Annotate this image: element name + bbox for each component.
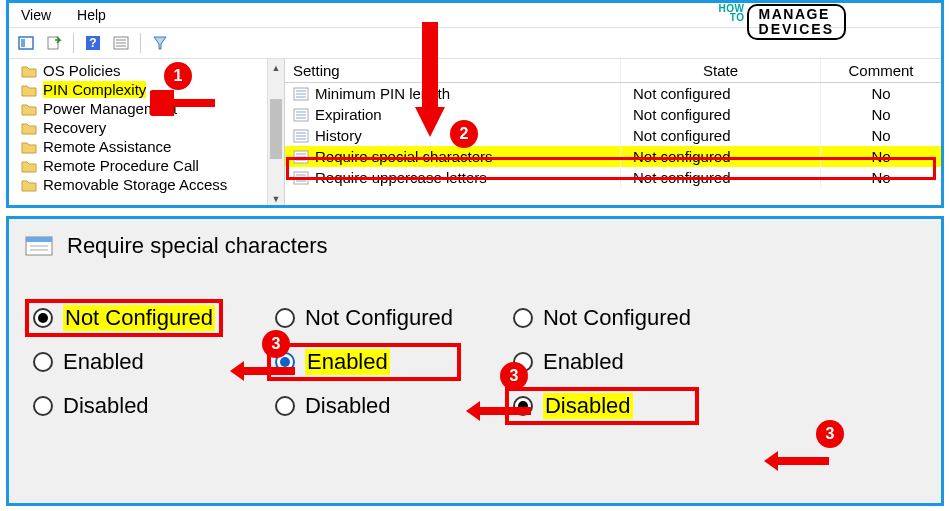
- toolbar-help-icon[interactable]: ?: [82, 32, 104, 54]
- list-row[interactable]: Require special charactersNot configured…: [285, 146, 941, 167]
- svg-text:?: ?: [89, 36, 96, 50]
- logo-devices: DEVICES: [759, 22, 834, 37]
- badge-3b: 3: [500, 362, 528, 390]
- dialog-title: Require special characters: [67, 233, 327, 259]
- tree-item-os-policies[interactable]: OS Policies: [9, 61, 284, 80]
- policy-icon: [25, 234, 53, 258]
- svg-rect-2: [48, 37, 58, 49]
- list-row[interactable]: Minimum PIN lengthNot configuredNo: [285, 83, 941, 104]
- setting-icon: [293, 150, 309, 164]
- radio-label: Not Configured: [543, 305, 691, 331]
- radio-not-configured[interactable]: Not Configured: [33, 305, 215, 331]
- scroll-up-icon[interactable]: ▲: [268, 59, 284, 76]
- badge-2: 2: [450, 120, 478, 148]
- list-row[interactable]: Require uppercase lettersNot configuredN…: [285, 167, 941, 188]
- logo-to: TO: [719, 13, 745, 22]
- folder-icon: [21, 178, 37, 192]
- col-setting-header[interactable]: Setting: [285, 59, 621, 82]
- setting-comment: No: [821, 125, 941, 146]
- nav-tree[interactable]: OS PoliciesPIN ComplexityPower Managemen…: [9, 59, 285, 207]
- col-comment-header[interactable]: Comment: [821, 59, 941, 82]
- setting-name: Expiration: [315, 106, 382, 123]
- tree-item-removable-storage-access[interactable]: Removable Storage Access: [9, 175, 284, 194]
- setting-state: Not configured: [621, 167, 821, 188]
- setting-state: Not configured: [621, 146, 821, 167]
- svg-rect-31: [26, 237, 52, 242]
- radio-disabled[interactable]: Disabled: [513, 393, 691, 419]
- menu-help[interactable]: Help: [73, 5, 110, 25]
- setting-name: Require special characters: [315, 148, 493, 165]
- setting-state: Not configured: [621, 104, 821, 125]
- setting-icon: [293, 129, 309, 143]
- toolbar-props-icon[interactable]: [110, 32, 132, 54]
- radio-enabled[interactable]: Enabled: [33, 349, 215, 375]
- list-header: Setting State Comment: [285, 59, 941, 83]
- folder-icon: [21, 83, 37, 97]
- badge-3c: 3: [816, 420, 844, 448]
- radio-disabled[interactable]: Disabled: [33, 393, 215, 419]
- radio-icon: [33, 352, 53, 372]
- toolbar-export-icon[interactable]: [43, 32, 65, 54]
- radio-icon: [275, 308, 295, 328]
- toolbar-filter-icon[interactable]: [149, 32, 171, 54]
- arrow-3c: [764, 448, 834, 474]
- radio-group: Not ConfiguredEnabledDisabled: [275, 305, 453, 419]
- folder-icon: [21, 102, 37, 116]
- arrow-1: [150, 90, 220, 116]
- arrow-2-down: [410, 22, 450, 142]
- radio-group: Not ConfiguredEnabledDisabled: [33, 305, 215, 419]
- setting-state: Not configured: [621, 125, 821, 146]
- radio-enabled[interactable]: Enabled: [513, 349, 691, 375]
- setting-icon: [293, 171, 309, 185]
- toolbar-back-icon[interactable]: [15, 32, 37, 54]
- tree-item-recovery[interactable]: Recovery: [9, 118, 284, 137]
- badge-3a: 3: [262, 330, 290, 358]
- radio-label: Enabled: [543, 349, 624, 375]
- folder-icon: [21, 159, 37, 173]
- radio-label: Disabled: [305, 393, 391, 419]
- watermark-logo: HOW TO MANAGE DEVICES: [719, 4, 846, 40]
- setting-state: Not configured: [621, 83, 821, 104]
- svg-rect-1: [21, 39, 25, 47]
- radio-label: Not Configured: [305, 305, 453, 331]
- scroll-down-icon[interactable]: ▼: [268, 190, 284, 207]
- setting-name: History: [315, 127, 362, 144]
- arrow-3b: [466, 398, 536, 424]
- tree-item-label: Remote Procedure Call: [43, 157, 199, 174]
- settings-list: Setting State Comment Minimum PIN length…: [285, 59, 941, 207]
- setting-comment: No: [821, 146, 941, 167]
- setting-icon: [293, 108, 309, 122]
- menu-view[interactable]: View: [17, 5, 55, 25]
- tree-item-label: PIN Complexity: [43, 81, 146, 98]
- radio-label: Disabled: [63, 393, 149, 419]
- tree-scrollbar[interactable]: ▲ ▼: [267, 59, 284, 207]
- radio-disabled[interactable]: Disabled: [275, 393, 453, 419]
- logo-manage: MANAGE: [759, 7, 834, 22]
- col-state-header[interactable]: State: [621, 59, 821, 82]
- tree-item-power-management[interactable]: Power Management: [9, 99, 284, 118]
- tree-item-label: Removable Storage Access: [43, 176, 227, 193]
- list-row[interactable]: HistoryNot configuredNo: [285, 125, 941, 146]
- tree-item-remote-procedure-call[interactable]: Remote Procedure Call: [9, 156, 284, 175]
- highlight-box: [25, 299, 223, 337]
- radio-not-configured[interactable]: Not Configured: [275, 305, 453, 331]
- tree-item-label: Remote Assistance: [43, 138, 171, 155]
- radio-group: Not ConfiguredEnabledDisabled: [513, 305, 691, 419]
- tree-item-label: Recovery: [43, 119, 106, 136]
- folder-icon: [21, 140, 37, 154]
- folder-icon: [21, 121, 37, 135]
- setting-name: Require uppercase letters: [315, 169, 487, 186]
- setting-comment: No: [821, 104, 941, 125]
- badge-1: 1: [164, 62, 192, 90]
- list-row[interactable]: ExpirationNot configuredNo: [285, 104, 941, 125]
- folder-icon: [21, 64, 37, 78]
- radio-icon: [33, 396, 53, 416]
- radio-icon: [513, 308, 533, 328]
- radio-enabled[interactable]: Enabled: [275, 349, 453, 375]
- scroll-thumb[interactable]: [270, 99, 282, 159]
- setting-comment: No: [821, 83, 941, 104]
- tree-item-pin-complexity[interactable]: PIN Complexity: [9, 80, 284, 99]
- tree-item-remote-assistance[interactable]: Remote Assistance: [9, 137, 284, 156]
- setting-icon: [293, 87, 309, 101]
- radio-not-configured[interactable]: Not Configured: [513, 305, 691, 331]
